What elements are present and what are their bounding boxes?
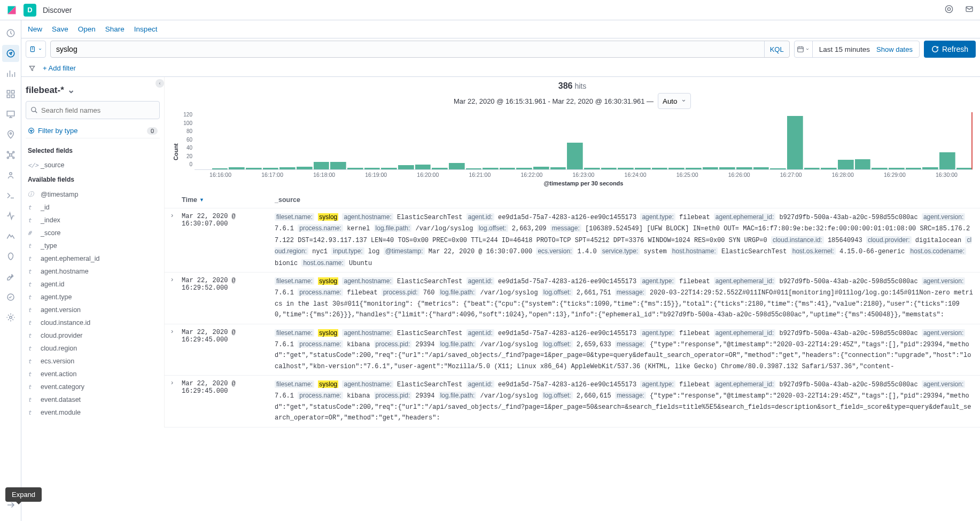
histogram-bar[interactable] xyxy=(229,167,245,169)
histogram-bar[interactable] xyxy=(889,168,905,169)
histogram-bar[interactable] xyxy=(381,168,397,169)
histogram-bar[interactable] xyxy=(279,167,295,169)
histogram-bar[interactable] xyxy=(314,162,330,169)
histogram-bar[interactable] xyxy=(872,168,888,169)
field-item[interactable]: tcloud.provider xyxy=(26,329,160,342)
field-item[interactable]: tagent.type xyxy=(26,291,160,304)
kibana-logo-icon[interactable] xyxy=(6,5,17,15)
expand-row-icon[interactable]: › xyxy=(171,212,182,219)
add-filter-button[interactable]: + Add filter xyxy=(43,64,76,72)
field-item[interactable]: t_type xyxy=(26,239,160,252)
nav-share[interactable]: Share xyxy=(105,25,125,33)
histogram-bar[interactable] xyxy=(516,168,532,169)
nav-logs-icon[interactable] xyxy=(2,187,19,204)
histogram-bar[interactable] xyxy=(466,168,482,169)
newsfeed-icon[interactable] xyxy=(945,5,953,15)
histogram-bar[interactable] xyxy=(804,168,820,169)
histogram-bar[interactable] xyxy=(246,168,262,169)
search-fields-input[interactable] xyxy=(41,106,155,114)
nav-inspect[interactable]: Inspect xyxy=(134,25,158,33)
field-item[interactable]: tcloud.instance.id xyxy=(26,316,160,329)
saved-queries-button[interactable] xyxy=(26,41,46,58)
histogram-bar[interactable] xyxy=(347,168,363,169)
histogram-bar[interactable] xyxy=(567,143,583,169)
nav-open[interactable]: Open xyxy=(78,25,96,33)
histogram-bar[interactable] xyxy=(635,168,651,169)
histogram-bar[interactable] xyxy=(939,152,955,169)
nav-save[interactable]: Save xyxy=(52,25,68,33)
nav-discover-icon[interactable] xyxy=(2,45,19,62)
nav-dashboard-icon[interactable] xyxy=(2,85,19,103)
histogram-bar[interactable] xyxy=(330,162,346,169)
histogram-bar[interactable] xyxy=(668,168,685,169)
histogram-bar[interactable] xyxy=(736,167,752,169)
histogram-bar[interactable] xyxy=(263,168,279,169)
histogram-bar[interactable] xyxy=(398,165,414,169)
expand-row-icon[interactable]: › xyxy=(171,328,182,335)
histogram-bar[interactable] xyxy=(533,167,549,169)
nav-canvas-icon[interactable] xyxy=(2,106,19,123)
histogram-bar[interactable] xyxy=(601,168,617,169)
field-item[interactable]: </>_source xyxy=(26,159,160,172)
col-source-header[interactable]: _source xyxy=(275,196,974,204)
histogram-bar[interactable] xyxy=(618,168,634,169)
space-badge[interactable]: D xyxy=(24,4,36,17)
index-pattern-selector[interactable]: filebeat-* ⌄ xyxy=(26,82,160,101)
histogram-bar[interactable] xyxy=(483,168,499,169)
field-item[interactable]: #_score xyxy=(26,227,160,239)
time-range-text[interactable]: Last 15 minutes xyxy=(813,45,876,53)
histogram-bar[interactable] xyxy=(500,168,516,169)
field-item[interactable]: tagent.version xyxy=(26,304,160,316)
nav-new[interactable]: New xyxy=(28,25,42,33)
histogram-bar[interactable] xyxy=(686,168,702,169)
histogram-bar[interactable] xyxy=(922,167,938,169)
nav-ml-icon[interactable] xyxy=(2,146,19,164)
histogram-bar[interactable] xyxy=(584,168,600,169)
field-item[interactable]: tevent.action xyxy=(26,368,160,380)
field-item[interactable]: tevent.module xyxy=(26,406,160,419)
histogram-bar[interactable] xyxy=(838,160,854,169)
histogram-bar[interactable] xyxy=(449,163,465,169)
field-item[interactable]: tagent.id xyxy=(26,278,160,291)
histogram-bar[interactable] xyxy=(432,168,448,169)
field-item[interactable]: t_id xyxy=(26,201,160,214)
histogram-bar[interactable] xyxy=(855,159,871,169)
field-item[interactable]: tevent.category xyxy=(26,380,160,393)
histogram-bar[interactable] xyxy=(821,168,837,169)
histogram-bar[interactable] xyxy=(956,168,973,169)
histogram-bar[interactable] xyxy=(415,165,431,169)
histogram-bar[interactable] xyxy=(364,168,380,169)
histogram-bar[interactable] xyxy=(297,167,313,169)
nav-maps-icon[interactable] xyxy=(2,126,19,143)
filter-options-icon[interactable] xyxy=(26,62,38,75)
histogram-bar[interactable] xyxy=(906,168,922,169)
nav-devtools-icon[interactable] xyxy=(2,268,19,285)
field-item[interactable]: tagent.hostname xyxy=(26,265,160,278)
nav-siem-icon[interactable] xyxy=(2,248,19,265)
nav-apm-icon[interactable] xyxy=(2,207,19,224)
histogram-bar[interactable] xyxy=(770,168,786,169)
field-item[interactable]: tcloud.region xyxy=(26,342,160,355)
histogram-bar[interactable] xyxy=(719,167,735,169)
field-item[interactable]: tevent.dataset xyxy=(26,393,160,406)
query-input[interactable] xyxy=(51,45,764,53)
nav-management-icon[interactable] xyxy=(2,309,19,326)
nav-metrics-icon[interactable] xyxy=(2,167,19,184)
nav-monitoring-icon[interactable] xyxy=(2,289,19,306)
histogram-bar[interactable] xyxy=(753,167,769,169)
histogram-bars[interactable] xyxy=(195,112,973,170)
filter-by-type[interactable]: Filter by type 0 xyxy=(26,123,160,138)
field-item[interactable]: tagent.ephemeral_id xyxy=(26,252,160,265)
show-dates-link[interactable]: Show dates xyxy=(876,45,919,53)
refresh-button[interactable]: Refresh xyxy=(924,41,976,58)
nav-visualize-icon[interactable] xyxy=(2,65,19,82)
histogram-bar[interactable] xyxy=(652,168,668,169)
nav-recent-icon[interactable] xyxy=(2,25,19,42)
histogram-bar[interactable] xyxy=(787,116,803,169)
field-item[interactable]: ⓘ@timestamp xyxy=(26,188,160,201)
nav-uptime-icon[interactable] xyxy=(2,228,19,245)
calendar-button[interactable] xyxy=(795,41,813,57)
expand-row-icon[interactable]: › xyxy=(171,379,182,386)
col-time-header[interactable]: Time ▼ xyxy=(182,196,275,204)
histogram-bar[interactable] xyxy=(703,167,719,169)
